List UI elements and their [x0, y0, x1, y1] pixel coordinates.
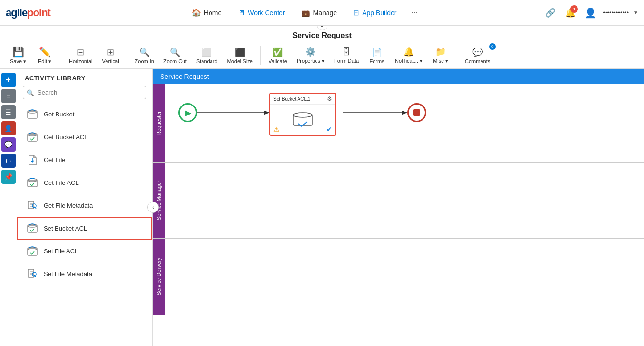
activity-search: 🔍	[23, 86, 146, 99]
toolbar-divider-2	[127, 46, 127, 65]
nav-more-button[interactable]: ···	[406, 4, 423, 21]
standard-btn[interactable]: ⬜ Standard	[192, 45, 221, 66]
toolbar: 💾 Save ▾ ✏️ Edit ▾ ⊟ Horizontal ⊞ Vertic…	[0, 42, 644, 69]
notifications-btn[interactable]: 🔔 1	[563, 5, 578, 20]
top-nav: agilepoint 🏠 Home 🖥 Work Center 💼 Manage…	[0, 0, 644, 26]
forms-icon: 📄	[372, 47, 382, 58]
notifications-toolbar-btn[interactable]: 🔔 Notificat... ▾	[391, 45, 426, 66]
properties-btn[interactable]: ⚙️ Properties ▾	[293, 45, 328, 66]
nav-home[interactable]: 🏠 Home	[185, 4, 228, 21]
set-bucket-acl-node[interactable]: Set Bucket ACL.1 ⚙ ⚠ ✔	[269, 93, 336, 136]
sidebar-pin-btn[interactable]: 📌	[1, 170, 16, 184]
end-event[interactable]	[407, 103, 426, 122]
user-menu-chevron[interactable]: ▼	[634, 10, 638, 15]
horizontal-btn[interactable]: ⊟ Horizontal	[65, 45, 96, 66]
comments-btn[interactable]: 💬 0 Comments	[461, 45, 494, 66]
panel-collapse-btn[interactable]: ‹	[147, 202, 159, 213]
sidebar-add-btn[interactable]: +	[1, 73, 16, 87]
nav-app-builder-label: App Builder	[362, 9, 396, 17]
search-icon: 🔍	[27, 89, 34, 96]
flow-svg-requester	[165, 84, 644, 162]
node-header: Set Bucket ACL.1 ⚙	[270, 94, 335, 105]
properties-label: Properties ▾	[297, 58, 325, 64]
lane-service-manager-label: Service Manager	[156, 177, 162, 224]
nav-home-label: Home	[204, 9, 221, 17]
integration-icon-btn[interactable]: 🔗	[543, 5, 558, 20]
activity-item-get-bucket-acl[interactable]: Get Bucket ACL	[17, 126, 152, 149]
lane-requester-label: Requester	[156, 107, 162, 139]
toolbar-divider-4	[457, 46, 457, 65]
get-file-metadata-label: Get File Metadata	[44, 202, 93, 210]
work-center-icon: 🖥	[238, 9, 245, 17]
zoom-out-btn[interactable]: 🔍 Zoom Out	[160, 45, 191, 66]
sidebar-code-btn[interactable]: { }	[1, 154, 16, 168]
activity-item-get-bucket[interactable]: Get Bucket	[17, 103, 152, 126]
validate-btn[interactable]: ✅ Validate	[265, 45, 291, 66]
set-file-acl-label: Set File ACL	[44, 248, 78, 256]
horizontal-icon: ⊟	[77, 47, 84, 58]
sidebar-chat-btn[interactable]: 💬	[1, 137, 16, 152]
save-icon: 💾	[12, 46, 24, 58]
nav-items: 🏠 Home 🖥 Work Center 💼 Manage ⊞ App Buil…	[65, 4, 543, 21]
standard-label: Standard	[196, 58, 218, 64]
activity-item-get-file-metadata[interactable]: Get File Metadata	[17, 194, 152, 217]
model-size-btn[interactable]: ⬛ Model Size	[223, 45, 257, 66]
zoom-out-icon: 🔍	[170, 47, 180, 58]
get-bucket-label: Get Bucket	[44, 111, 74, 119]
set-bucket-acl-label: Set Bucket ACL	[44, 225, 87, 233]
canvas-body[interactable]: Requester	[153, 84, 644, 346]
activity-item-set-file-acl[interactable]: Set File ACL	[17, 240, 152, 263]
search-input[interactable]	[23, 86, 146, 99]
app-logo[interactable]: agilepoint	[6, 7, 50, 19]
app-builder-icon: ⊞	[353, 9, 359, 17]
get-file-metadata-icon	[26, 199, 39, 212]
start-event[interactable]: ▶	[178, 103, 197, 122]
zoom-in-btn[interactable]: 🔍 Zoom In	[131, 45, 158, 66]
get-bucket-acl-label: Get Bucket ACL	[44, 134, 88, 142]
activity-item-get-file-acl[interactable]: Get File ACL	[17, 172, 152, 194]
activity-library-header: ACTIVITY LIBRARY	[17, 69, 152, 86]
sidebar-nav1-btn[interactable]: ≡	[1, 89, 16, 103]
activity-item-set-bucket-acl[interactable]: Set Bucket ACL	[17, 217, 152, 240]
misc-btn[interactable]: 📁 Misc ▾	[428, 45, 453, 66]
comments-label: Comments	[465, 58, 490, 64]
zoom-in-label: Zoom In	[135, 58, 154, 64]
form-data-btn[interactable]: 🗄 Form Data	[330, 45, 363, 66]
toolbar-divider-3	[260, 46, 261, 65]
nav-work-center-label: Work Center	[248, 9, 285, 17]
vertical-icon: ⊞	[107, 47, 114, 58]
edit-btn[interactable]: ✏️ Edit ▾	[32, 44, 57, 67]
nav-manage[interactable]: 💼 Manage	[295, 5, 344, 21]
nav-work-center[interactable]: 🖥 Work Center	[231, 5, 291, 20]
node-gear-icon[interactable]: ⚙	[327, 96, 332, 102]
edit-icon: ✏️	[39, 46, 51, 58]
lane-requester-col: Requester	[153, 84, 165, 162]
forms-label: Forms	[369, 58, 384, 64]
user-name: ••••••••••••	[603, 9, 629, 16]
activity-item-set-file-metadata[interactable]: Set File Metadata	[17, 263, 152, 286]
get-file-label: Get File	[44, 156, 66, 164]
save-btn[interactable]: 💾 Save ▾	[6, 44, 30, 67]
lane-service-delivery-label: Service Delivery	[156, 254, 162, 299]
manage-icon: 💼	[301, 9, 310, 17]
activity-item-get-file[interactable]: Get File	[17, 149, 152, 172]
forms-btn[interactable]: 📄 Forms	[365, 45, 389, 66]
sidebar-list-btn[interactable]: ☰	[1, 105, 16, 119]
vertical-btn[interactable]: ⊞ Vertical	[98, 45, 123, 66]
nav-manage-label: Manage	[313, 9, 337, 17]
nav-app-builder[interactable]: ⊞ App Builder	[346, 5, 403, 21]
page-title-bar: ▲ Service Request	[0, 26, 644, 42]
sidebar-user-btn[interactable]: 👤	[1, 121, 16, 135]
canvas-header: Service Request	[153, 69, 644, 84]
zoom-in-icon: 🔍	[139, 47, 150, 58]
lane-service-manager-body	[165, 163, 644, 238]
properties-icon: ⚙️	[305, 47, 316, 57]
nav-right: 🔗 🔔 1 👤 •••••••••••• ▼	[543, 5, 638, 20]
notif-toolbar-label: Notificat... ▾	[395, 58, 423, 64]
save-label: Save ▾	[10, 58, 26, 65]
lane-requester: Requester	[153, 84, 644, 163]
set-file-metadata-label: Set File Metadata	[44, 270, 92, 279]
main-layout: + ≡ ☰ 👤 💬 { } 📌 ACTIVITY LIBRARY 🔍 Get B…	[0, 69, 644, 346]
edit-label: Edit ▾	[38, 58, 51, 65]
avatar-btn[interactable]: 👤	[583, 5, 598, 20]
